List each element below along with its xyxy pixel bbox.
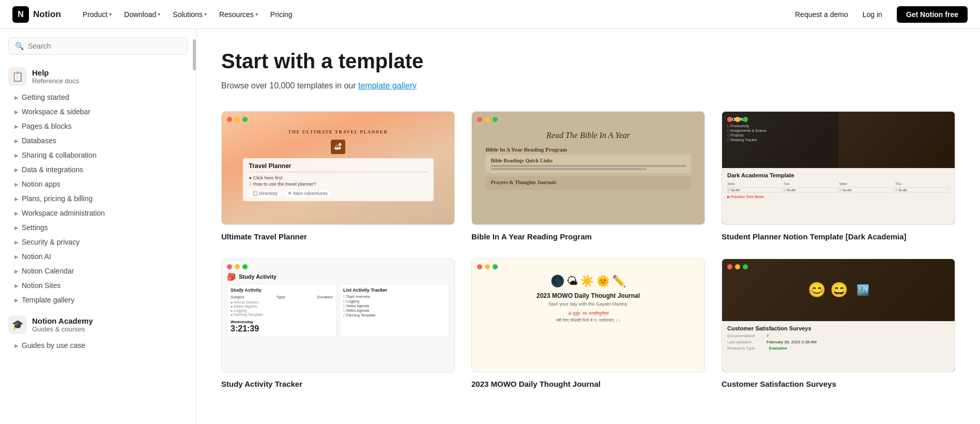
study-tracker-title: List Activity Tracker — [343, 287, 446, 293]
study-timer-label: Wednesday — [231, 320, 333, 324]
dark-item-2: □ Assignments & Exams — [727, 129, 820, 132]
academy-icon: 🎓 — [8, 315, 27, 334]
template-name-survey: Customer Satisfaction Surveys — [722, 378, 955, 389]
nav-download[interactable]: Download ▾ — [119, 7, 165, 22]
help-icon: 📋 — [8, 67, 27, 86]
dot-green — [242, 117, 248, 122]
dot-red — [727, 117, 732, 122]
dot-yellow — [485, 117, 490, 122]
study-data-3: ● Logging — [231, 309, 333, 312]
sidebar-item-data-integrations[interactable]: ▶ Data & integrations — [0, 162, 196, 177]
travel-bottom: Travel Planner ● Click here first ○ How … — [243, 158, 434, 201]
cal-2: □ to-do — [783, 187, 838, 193]
sidebar-item-guides-by-use-case[interactable]: ▶ Guides by use case — [0, 338, 196, 353]
dot-red — [477, 117, 482, 122]
sidebar-section-help[interactable]: 📋 Help Reference docs — [0, 63, 196, 90]
template-gallery-link[interactable]: template gallery — [358, 81, 417, 90]
template-thumb-travel: THE ULTIMATE TRAVEL PLANNER 🏕 Travel Pla… — [221, 111, 455, 225]
sidebar-item-settings[interactable]: ▶ Settings — [0, 220, 196, 235]
travel-big-title: THE ULTIMATE TRAVEL PLANNER — [288, 129, 388, 134]
arrow-icon: ▶ — [14, 138, 19, 144]
dark-item-1: □ Productivity — [727, 124, 820, 128]
arrow-icon: ▶ — [14, 268, 19, 274]
subtitle-text: Browse over 10,000 templates in our — [221, 81, 358, 90]
logo[interactable]: N Notion — [12, 6, 61, 23]
sidebar-item-workspace-sidebar[interactable]: ▶ Workspace & sidebar — [0, 104, 196, 119]
nav-resources[interactable]: Resources ▾ — [214, 7, 263, 22]
sidebar-item-notion-apps[interactable]: ▶ Notion apps — [0, 177, 196, 191]
day-thu: Thu — [895, 181, 950, 186]
sidebar-item-label: Workspace & sidebar — [22, 108, 90, 116]
smiley-icon: 😊 — [808, 281, 826, 298]
sidebar-item-label: Security & privacy — [22, 238, 80, 246]
arrow-icon: ▶ — [14, 124, 19, 129]
mowo-suns: 🌑 🌤 ☀️ 🌞 ✏️ — [550, 275, 626, 288]
travel-icon: 🏕 — [331, 140, 345, 154]
window-dots — [227, 117, 248, 122]
arrow-icon: ▶ — [14, 181, 19, 187]
sidebar-item-template-gallery[interactable]: ▶ Template gallery — [0, 293, 196, 307]
sidebar-item-plans-pricing[interactable]: ▶ Plans, pricing & billing — [0, 191, 196, 206]
sidebar-item-notion-sites[interactable]: ▶ Notion Sites — [0, 278, 196, 293]
login-button[interactable]: Log in — [856, 7, 889, 22]
mowo-tagline: Start your day with the Gayatri Mantra: — [548, 301, 628, 307]
dot-green — [242, 264, 248, 269]
dot-red — [727, 264, 732, 269]
day-tue: Tue — [783, 181, 838, 186]
nav-pricing[interactable]: Pricing — [265, 7, 298, 22]
study-col-subject: Subject — [231, 295, 244, 299]
dot-yellow — [735, 117, 740, 122]
template-card-survey[interactable]: 😊 😄 🏙️ Customer Satisfaction Surveys Doc… — [722, 259, 955, 389]
survey-row-documentation: Documentation 7 — [727, 334, 950, 338]
sidebar-item-getting-started[interactable]: ▶ Getting started — [0, 90, 196, 104]
study-data-2: ● Maths Algebra — [231, 305, 333, 308]
nav-product[interactable]: Product ▾ — [78, 7, 117, 22]
help-title: Help — [32, 68, 79, 77]
city-icon: 🏙️ — [856, 284, 869, 296]
sidebar-item-label: Databases — [22, 137, 56, 145]
survey-label-doc: Documentation — [727, 334, 763, 338]
sidebar-item-label: Workspace administration — [22, 209, 105, 217]
dot-green — [743, 117, 748, 122]
day-wed: Wed — [839, 181, 894, 186]
window-dots — [227, 264, 248, 269]
sidebar-item-notion-calendar[interactable]: ▶ Notion Calendar — [0, 264, 196, 278]
request-demo-button[interactable]: Request a demo — [795, 10, 848, 19]
template-name-dark: Student Planner Notion Template [Dark Ac… — [722, 231, 955, 242]
dot-red — [227, 117, 232, 122]
sidebar-section-academy[interactable]: 🎓 Notion Academy Guides & courses — [0, 311, 196, 338]
sidebar-item-databases[interactable]: ▶ Databases — [0, 133, 196, 148]
sidebar-item-sharing[interactable]: ▶ Sharing & collaboration — [0, 148, 196, 162]
template-name-travel: Ultimate Travel Planner — [221, 231, 455, 242]
get-notion-free-button[interactable]: Get Notion free — [897, 6, 968, 23]
study-data-1: ● Animal Science — [231, 300, 333, 304]
template-card-travel-planner[interactable]: THE ULTIMATE TRAVEL PLANNER 🏕 Travel Pla… — [221, 111, 455, 242]
template-grid: THE ULTIMATE TRAVEL PLANNER 🏕 Travel Pla… — [221, 111, 955, 389]
bible-program-title: Bible In A Year Reading Program — [485, 146, 691, 153]
sidebar-item-notion-ai[interactable]: ▶ Notion AI — [0, 249, 196, 264]
template-card-study[interactable]: 🎒 Study Activity Study Activity Subject … — [221, 259, 455, 389]
sidebar-item-workspace-admin[interactable]: ▶ Workspace administration — [0, 206, 196, 220]
sidebar: 🔍 📋 Help Reference docs ▶ Getting starte… — [0, 29, 196, 424]
navbar-right: Request a demo Log in Get Notion free — [795, 6, 968, 23]
template-card-bible[interactable]: Read The Bible In A Year Bible In A Year… — [471, 111, 705, 242]
nav-solutions-label: Solutions — [173, 10, 203, 19]
sidebar-item-label: Guides by use case — [22, 341, 85, 350]
sidebar-item-pages-blocks[interactable]: ▶ Pages & blocks — [0, 119, 196, 133]
nav-product-label: Product — [83, 10, 108, 19]
search-bar[interactable]: 🔍 — [8, 37, 188, 55]
chevron-down-icon: ▾ — [158, 11, 160, 17]
template-card-mowo[interactable]: 🌑 🌤 ☀️ 🌞 ✏️ 2023 MOWO Daily Thought Jour… — [471, 259, 705, 389]
survey-row-lastupdated: Last updated February 28, 2023 2:38 AM — [727, 340, 950, 344]
travel-footer-directory: 📋 Directory — [249, 190, 281, 197]
nav-solutions[interactable]: Solutions ▾ — [167, 7, 212, 22]
search-input[interactable] — [28, 42, 181, 50]
card-survey-content: 😊 😄 🏙️ Customer Satisfaction Surveys Doc… — [722, 259, 955, 372]
scrollbar-thumb[interactable] — [193, 39, 196, 70]
sidebar-item-security-privacy[interactable]: ▶ Security & privacy — [0, 235, 196, 249]
page-subtitle: Browse over 10,000 templates in our temp… — [221, 81, 955, 90]
sidebar-item-label: Notion Calendar — [22, 267, 74, 275]
survey-label-updated: Last updated — [727, 340, 763, 344]
survey-card-title: Customer Satisfaction Surveys — [727, 325, 950, 331]
template-card-dark-academia[interactable]: SATURN □ Productivity □ Assignments & Ex… — [722, 111, 955, 242]
